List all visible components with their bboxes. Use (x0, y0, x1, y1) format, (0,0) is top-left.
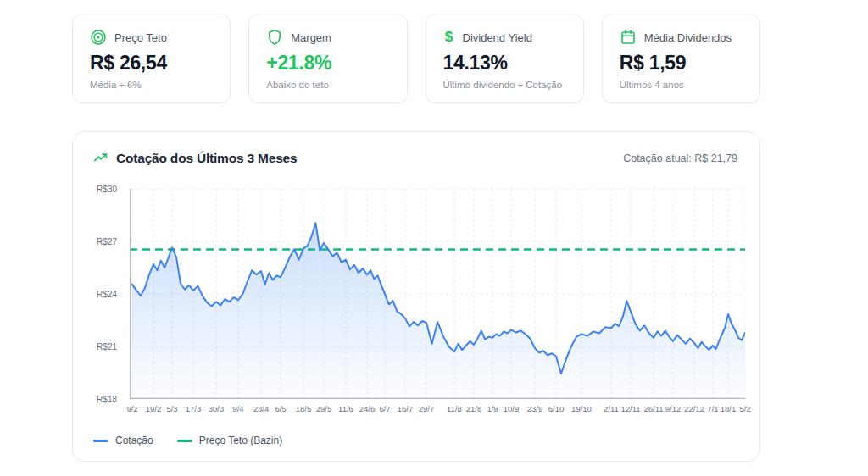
x-tick-label: 30/3 (209, 404, 225, 413)
card-subtitle: Últimos 4 anos (620, 80, 743, 90)
chart-title: Cotação dos Últimos 3 Meses (116, 151, 297, 166)
x-tick-label: 18/1 (721, 404, 737, 413)
x-tick-label: 2/11 (604, 404, 619, 413)
page-content: Preço Teto R$ 26,54 Média ÷ 6% Margem +2… (72, 14, 760, 462)
card-label: Dividend Yield (463, 31, 532, 44)
card-media-dividendos: Média Dividendos R$ 1,59 Últimos 4 anos (602, 14, 760, 103)
x-tick-label: 1/9 (487, 404, 498, 413)
x-tick-label: 21/8 (466, 404, 482, 413)
chart-plot-area[interactable]: R$30R$27R$24R$21R$18 (73, 189, 761, 399)
x-tick-label: 22/12 (684, 404, 704, 413)
x-tick-label: 7/1 (707, 404, 718, 413)
current-quote-text: Cotação atual: R$ 21,79 (623, 152, 737, 164)
card-label: Preço Teto (114, 31, 167, 44)
x-tick-label: 10/9 (504, 404, 520, 413)
stat-cards-row: Preço Teto R$ 26,54 Média ÷ 6% Margem +2… (72, 14, 760, 103)
card-subtitle: Abaixo do teto (266, 80, 389, 90)
x-tick-label: 18/5 (296, 404, 312, 413)
card-subtitle: Último dividendo ÷ Cotação (443, 80, 566, 90)
chart-legend: Cotação Preço Teto (Bazin) (93, 434, 282, 446)
legend-dash-blue (93, 440, 108, 442)
legend-item-cotacao[interactable]: Cotação (93, 434, 153, 446)
x-tick-label: 6/10 (548, 404, 565, 413)
x-tick-label: 5/3 (166, 404, 177, 413)
x-tick-label: 6/5 (275, 404, 286, 413)
trend-up-icon (93, 151, 108, 166)
y-tick-label: R$18 (97, 395, 117, 404)
dollar-icon: $ (443, 29, 455, 46)
x-tick-label: 19/2 (146, 404, 162, 413)
x-tick-label: 11/8 (447, 404, 462, 413)
legend-label: Preço Teto (Bazin) (199, 434, 283, 446)
legend-label: Cotação (115, 434, 153, 446)
x-tick-label: 29/7 (419, 404, 435, 413)
card-preco-teto: Preço Teto R$ 26,54 Média ÷ 6% (72, 14, 231, 103)
card-value: R$ 1,59 (620, 52, 743, 75)
x-tick-label: 5/2 (739, 404, 750, 413)
card-value: 14.13% (443, 52, 566, 75)
chart-header: Cotação dos Últimos 3 Meses Cotação atua… (73, 132, 760, 166)
x-tick-label: 19/10 (571, 404, 592, 413)
quote-chart-card: Cotação dos Últimos 3 Meses Cotação atua… (72, 131, 760, 462)
card-dividend-yield: $ Dividend Yield 14.13% Último dividendo… (426, 14, 584, 103)
x-tick-label: 11/6 (338, 404, 353, 413)
legend-item-preco-teto[interactable]: Preço Teto (Bazin) (177, 434, 283, 446)
y-tick-label: R$27 (97, 237, 117, 246)
x-tick-label: 6/7 (379, 404, 390, 413)
x-tick-label: 9/4 (232, 404, 243, 413)
x-tick-label: 23/4 (253, 404, 270, 413)
x-tick-label: 17/3 (186, 404, 202, 413)
target-icon (90, 29, 107, 46)
card-value: +21.8% (266, 52, 389, 75)
x-tick-label: 12/11 (620, 404, 640, 413)
calendar-icon (620, 29, 637, 46)
line-chart[interactable] (130, 189, 745, 399)
y-tick-label: R$24 (97, 290, 117, 299)
x-tick-label: 29/5 (316, 404, 332, 413)
x-axis-labels: 9/219/25/317/330/39/423/46/518/529/511/6… (130, 404, 745, 416)
card-value: R$ 26,54 (90, 52, 213, 75)
card-subtitle: Média ÷ 6% (90, 80, 213, 90)
x-tick-label: 9/12 (665, 404, 682, 413)
legend-dash-green (177, 440, 192, 442)
x-tick-label: 26/11 (643, 404, 663, 413)
shield-icon (266, 29, 283, 46)
x-tick-label: 16/7 (398, 404, 414, 413)
card-margem: Margem +21.8% Abaixo do teto (248, 14, 407, 103)
card-label: Média Dividendos (644, 31, 732, 44)
y-tick-label: R$21 (97, 342, 117, 351)
x-tick-label: 9/2 (126, 404, 137, 413)
x-tick-label: 24/6 (359, 404, 376, 413)
card-label: Margem (291, 31, 331, 44)
x-tick-label: 23/9 (527, 404, 543, 413)
y-tick-label: R$30 (97, 185, 117, 194)
